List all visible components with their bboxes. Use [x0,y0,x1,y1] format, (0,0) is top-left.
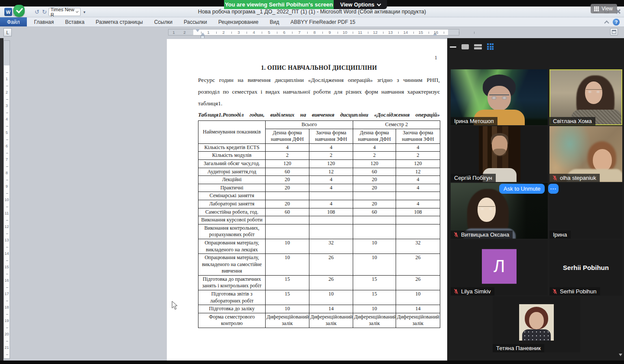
ruler-tick [6,86,8,86]
help-button[interactable]: ? [613,19,620,26]
minimize-panel-button[interactable] [450,46,456,48]
participant-tile-iryna-metoshop[interactable]: Ірина Метошоп [451,69,548,125]
ribbon-tab-references[interactable]: Ссылки [149,17,178,26]
document-heading: 1. ОПИС НАВЧАЛЬНОЇ ДИСЦИПЛІНИ [198,65,440,72]
ruler-tick [6,274,8,274]
value-cell: 10 [396,290,440,305]
tab-stop-selector[interactable]: L [3,28,12,36]
participant-tile-vytvytska-oksana[interactable]: Ask to Unmute···Витвицька Оксана [451,183,548,239]
value-cell [353,224,396,239]
participant-name-label: Тетяна Паневник [493,344,544,352]
hours-distribution-table: Найменування показників Всього Семестр 2… [198,120,440,328]
gallery-view-button[interactable] [487,43,494,50]
ask-to-unmute-button[interactable]: Ask to Unmute [499,184,545,194]
value-cell [266,192,309,200]
hanging-indent-marker[interactable] [201,32,205,36]
video-panel-controls [450,43,494,50]
muted-mic-icon [552,289,558,294]
document-page[interactable]: 1 1. ОПИС НАВЧАЛЬНОЇ ДИСЦИПЛІНИ Ресурс г… [167,39,447,361]
horizontal-ruler[interactable]: 2112345678910111213141516 [168,29,459,36]
table-subheader: Денна форма навчання ДФН [266,129,309,143]
value-cell: Диференційований залік [309,313,353,328]
unmute-overlay: Ask to Unmute··· [499,184,559,194]
ribbon-tab-review[interactable]: Рецензирование [213,17,264,26]
participant-name-label: olha stepaniuk [549,174,600,182]
ruler-number: 15 [4,265,10,269]
ruler-toggle-button[interactable] [610,28,618,36]
value-cell [353,192,396,200]
participant-tile-olha-stepaniuk[interactable]: olha stepaniuk [549,126,622,182]
table-row: Виконання контрольних, розрахункових роб… [198,224,440,239]
viewing-screen-banner: You are viewing Serhii Pobihun's screen [224,0,334,9]
first-line-indent-marker[interactable] [195,29,200,32]
person-glasses [478,206,495,211]
value-cell: 60 [353,208,396,216]
ribbon-tab-home[interactable]: Главная [29,17,60,26]
participant-tile-svitlana-khoma[interactable]: Світлана Хома [549,69,622,125]
table-row: Лекційні204204 [198,176,440,184]
ribbon-tab-file[interactable]: Файл [0,17,27,26]
value-cell: 4 [309,176,353,184]
ribbon-tab-page-layout[interactable]: Разметка страницы [90,17,149,26]
participant-name: olha stepaniuk [560,175,596,181]
value-cell [396,192,440,200]
ribbon-tab-view[interactable]: Вид [264,17,285,26]
ruler-tick [6,287,8,288]
participant-name: Тетяна Паневник [496,345,541,351]
row-label-cell: Форма семестрового контролю [198,313,266,328]
participant-tile-lilya-simkiv[interactable]: ЛLilya Simkiv [451,240,548,296]
person-glasses [489,94,509,100]
more-options-button[interactable]: ··· [548,184,559,194]
scroll-more-participants-icon[interactable] [619,354,622,356]
ruler-tick [444,32,444,34]
table-row: Форма семестрового контролюДиференційова… [198,313,440,328]
participant-name-label: Витвицька Оксана [451,231,513,239]
value-cell: 20 [353,184,396,192]
minimized-view-button[interactable] [462,44,469,49]
ruler-number: 6 [283,30,285,35]
table-subheader: Заочна форма навчання ЗФН [309,129,353,143]
grid-view-icon [594,6,599,11]
ribbon-tab-mailings[interactable]: Рассылки [178,17,213,26]
muted-mic-icon [552,175,558,181]
ruler-number: 1 [172,30,175,35]
table-row: Кількість модулів2222 [198,152,440,160]
table-row: Самостійна робота, год.6010860108 [198,208,440,216]
mouse-cursor [172,301,178,310]
collapse-ribbon-icon[interactable] [604,20,609,25]
participant-tile-iryna[interactable]: Ірина [549,183,622,239]
value-cell: 4 [396,184,440,192]
participant-tile-serhii-pobihun-video[interactable]: Сергій Побігун [451,126,548,182]
participant-name: Сергій Побігун [454,175,492,181]
value-cell: 12 [309,168,353,176]
ruler-number: 9 [4,184,10,188]
zoom-view-button[interactable]: View [591,4,617,13]
ribbon-tab-insert[interactable]: Вставка [59,17,90,26]
speaker-view-button[interactable] [474,44,482,50]
vruler-top-margin [4,41,10,65]
ruler-number: 11 [358,30,362,35]
view-options-dropdown[interactable]: View Options [334,0,387,9]
value-cell: 108 [396,208,440,216]
ruler-tick [277,32,277,34]
participant-tile-tetyana-panevnyk[interactable]: Тетяна Паневник [493,296,580,352]
ruler-number: 10 [343,30,348,35]
participant-name: Serhii Pobihun [560,288,597,295]
ruler-number: 3 [4,104,10,108]
ruler-tick [6,166,8,167]
ruler-number: 14 [403,30,408,35]
value-cell: 2 [266,152,309,160]
table-subheader: Денна форма навчання ДФН [353,129,396,143]
ribbon-tab-abbyy-finereader[interactable]: ABBYY FineReader PDF 15 [285,17,361,26]
value-cell: 15 [266,275,309,290]
value-cell: 26 [396,275,440,290]
participant-name: Ірина [553,231,567,238]
row-label-cell: Підготовка до практичних занять і контро… [198,275,266,290]
participant-name-label: Ірина [549,231,571,239]
table-row: Загальний обсяг часу,год.120120120120 [198,159,440,168]
table-header-indicators: Найменування показників [198,121,266,144]
value-cell: 26 [309,275,353,290]
participant-tile-serhii-pobihun[interactable]: Serhii PobihunSerhii Pobihun [549,240,622,296]
vertical-ruler[interactable]: 123456789101112131415161718192021 [3,40,10,359]
row-label-cell: Виконання контрольних, розрахункових роб… [198,224,266,239]
